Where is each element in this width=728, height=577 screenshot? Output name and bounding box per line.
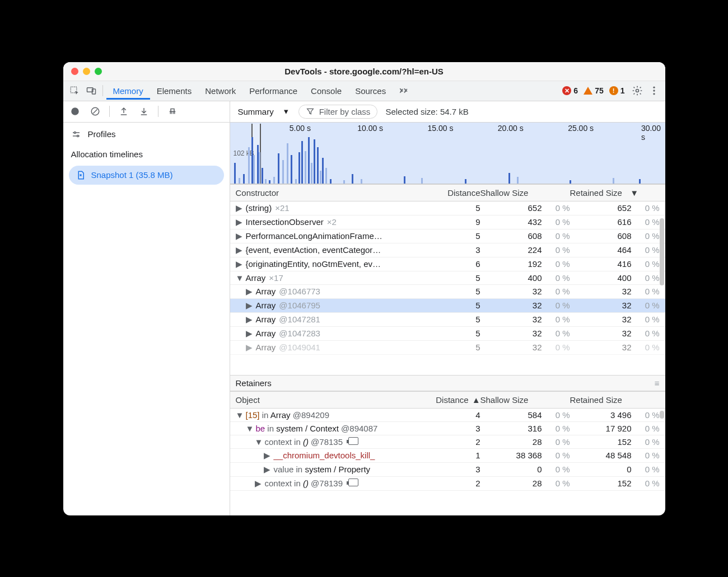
kebab-menu-icon[interactable] bbox=[646, 83, 662, 98]
chevron-right-icon[interactable]: ▶ bbox=[236, 217, 242, 227]
clear-button[interactable] bbox=[87, 103, 104, 120]
upload-icon[interactable] bbox=[115, 103, 132, 120]
svg-point-11 bbox=[77, 135, 78, 137]
col-object[interactable]: Object bbox=[236, 395, 424, 405]
content-area: Summary ▾ Filter by class Selected size:… bbox=[230, 101, 665, 515]
chevron-right-icon[interactable]: ▶ bbox=[246, 301, 253, 311]
table-row[interactable]: ▶IntersectionObserver ×294320 %6160 % bbox=[230, 215, 665, 229]
retainer-row[interactable]: ▼[15] in Array @89420945840 %3 4960 % bbox=[230, 409, 665, 422]
chevron-right-icon[interactable]: ▶ bbox=[264, 451, 270, 461]
retainer-row[interactable]: ▼context in () @78135 2280 %1520 % bbox=[230, 435, 665, 449]
table-row[interactable]: ▶PerformanceLongAnimationFrame…56080 %60… bbox=[230, 229, 665, 243]
snapshot-item[interactable]: Snapshot 1 (35.8 MB) bbox=[69, 166, 224, 185]
timeline-tick: 5.00 s bbox=[290, 124, 311, 133]
allocation-timeline[interactable]: 5.00 s10.00 s15.00 s20.00 s25.00 s30.00 … bbox=[230, 123, 665, 184]
table-row[interactable]: ▶Array @10490415320 %320 % bbox=[230, 341, 665, 355]
record-button[interactable] bbox=[67, 103, 83, 120]
tab-network[interactable]: Network bbox=[198, 82, 242, 100]
error-icon: ✕ bbox=[562, 86, 571, 95]
col-retained-r[interactable]: Retained Size bbox=[570, 395, 660, 405]
table-row[interactable]: ▶{event, eventAction, eventCategor…32240… bbox=[230, 243, 665, 257]
more-tabs-icon[interactable] bbox=[396, 83, 412, 98]
inspect-icon[interactable] bbox=[67, 83, 82, 98]
retainers-header: Retainers ≡ bbox=[230, 375, 665, 391]
table-row[interactable]: ▼Array ×1754000 %4000 % bbox=[230, 271, 665, 285]
chevron-down-icon[interactable]: ▼ bbox=[236, 273, 242, 283]
col-constructor[interactable]: Constructor bbox=[236, 188, 430, 198]
grid-body[interactable]: ▶(string) ×2156520 %6520 %▶IntersectionO… bbox=[230, 201, 665, 375]
retainer-row[interactable]: ▶__chromium_devtools_kill_138 3680 %48 5… bbox=[230, 449, 665, 463]
tab-bar: MemoryElementsNetworkPerformanceConsoleS… bbox=[63, 81, 665, 101]
titlebar: DevTools - store.google.com/?hl=en-US bbox=[63, 62, 665, 81]
chevron-down-icon: ▾ bbox=[284, 106, 288, 116]
gc-icon[interactable] bbox=[164, 103, 181, 120]
retainers-menu-icon[interactable]: ≡ bbox=[655, 378, 660, 388]
table-row[interactable]: ▶{originatingEntity, noGtmEvent, ev…6192… bbox=[230, 257, 665, 271]
retainer-row[interactable]: ▼be in system / Context @89408733160 %17… bbox=[230, 422, 665, 435]
table-row[interactable]: ▶(string) ×2156520 %6520 % bbox=[230, 201, 665, 215]
chevron-right-icon[interactable]: ▶ bbox=[236, 203, 242, 213]
chevron-right-icon[interactable]: ▶ bbox=[264, 465, 270, 475]
download-icon[interactable] bbox=[136, 103, 152, 120]
chevron-down-icon[interactable]: ▼ bbox=[236, 410, 242, 420]
sidebar-toolbar bbox=[63, 101, 230, 123]
selected-size-label: Selected size: 54.7 kB bbox=[385, 107, 468, 116]
warning-count[interactable]: 75 bbox=[584, 86, 604, 95]
allocation-section-label: Allocation timelines bbox=[63, 142, 230, 161]
devtools-window: DevTools - store.google.com/?hl=en-US Me… bbox=[63, 62, 665, 515]
tab-elements[interactable]: Elements bbox=[150, 82, 199, 100]
snapshot-label: Snapshot 1 (35.8 MB) bbox=[91, 170, 173, 180]
tab-console[interactable]: Console bbox=[304, 82, 348, 100]
sidebar: Profiles Allocation timelines Snapshot 1… bbox=[63, 101, 230, 515]
col-retained[interactable]: Retained Size ▼ bbox=[570, 188, 660, 198]
tab-performance[interactable]: Performance bbox=[242, 82, 304, 100]
chevron-right-icon[interactable]: ▶ bbox=[236, 231, 242, 241]
chevron-right-icon[interactable]: ▶ bbox=[236, 245, 242, 255]
chevron-right-icon[interactable]: ▶ bbox=[255, 479, 262, 489]
col-distance[interactable]: Distance bbox=[430, 188, 480, 198]
filter-icon bbox=[306, 107, 315, 116]
col-shallow-r[interactable]: Shallow Size bbox=[480, 395, 570, 405]
info-count[interactable]: ! 1 bbox=[609, 86, 625, 95]
timeline-tick: 15.00 s bbox=[427, 124, 453, 133]
profiles-label: Profiles bbox=[88, 129, 116, 139]
svg-point-6 bbox=[653, 93, 655, 95]
profiles-header[interactable]: Profiles bbox=[63, 123, 230, 142]
table-row[interactable]: ▶Array @10472835320 %320 % bbox=[230, 327, 665, 341]
timeline-tick: 25.00 s bbox=[568, 124, 594, 133]
error-count[interactable]: ✕ 6 bbox=[562, 86, 578, 95]
device-toggle-icon[interactable] bbox=[83, 83, 99, 98]
constructor-grid: Constructor Distance Shallow Size Retain… bbox=[230, 184, 665, 515]
retainer-row[interactable]: ▶context in () @78139 2280 %1520 % bbox=[230, 477, 665, 491]
separator bbox=[102, 85, 103, 96]
scrollbar[interactable] bbox=[660, 411, 664, 419]
tab-sources[interactable]: Sources bbox=[348, 82, 393, 100]
chevron-right-icon[interactable]: ▶ bbox=[246, 315, 253, 325]
chevron-down-icon[interactable]: ▼ bbox=[255, 437, 262, 447]
snapshot-icon bbox=[76, 170, 86, 180]
table-row[interactable]: ▶Array @10467735320 %320 % bbox=[230, 285, 665, 299]
window-title: DevTools - store.google.com/?hl=en-US bbox=[63, 67, 665, 76]
retainer-row[interactable]: ▶value in system / Property300 %00 % bbox=[230, 463, 665, 477]
table-row[interactable]: ▶Array @10472815320 %320 % bbox=[230, 313, 665, 327]
tab-memory[interactable]: Memory bbox=[106, 82, 150, 100]
settings-icon[interactable] bbox=[629, 83, 645, 98]
scrollbar[interactable] bbox=[660, 218, 664, 285]
timeline-tick: 10.00 s bbox=[357, 124, 383, 133]
chevron-right-icon[interactable]: ▶ bbox=[246, 287, 253, 297]
retainers-grid-header: Object Distance▲ Shallow Size Retained S… bbox=[230, 391, 665, 409]
summary-dropdown[interactable]: Summary ▾ bbox=[236, 104, 291, 119]
table-row[interactable]: ▶Array @10467955320 %320 % bbox=[230, 299, 665, 313]
col-shallow[interactable]: Shallow Size bbox=[480, 188, 570, 198]
col-distance-r[interactable]: Distance▲ bbox=[424, 395, 480, 405]
chevron-down-icon[interactable]: ▼ bbox=[246, 424, 253, 433]
svg-point-4 bbox=[653, 87, 655, 88]
chevron-right-icon[interactable]: ▶ bbox=[246, 343, 253, 353]
chevron-right-icon[interactable]: ▶ bbox=[236, 259, 242, 269]
chevron-right-icon[interactable]: ▶ bbox=[246, 329, 253, 339]
svg-point-5 bbox=[653, 90, 655, 91]
retainers-body[interactable]: ▼[15] in Array @89420945840 %3 4960 %▼be… bbox=[230, 409, 665, 491]
svg-point-3 bbox=[636, 90, 638, 92]
info-icon: ! bbox=[609, 86, 618, 95]
filter-input[interactable]: Filter by class bbox=[298, 105, 378, 119]
